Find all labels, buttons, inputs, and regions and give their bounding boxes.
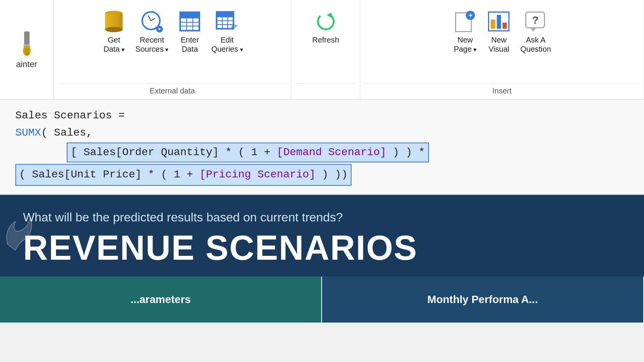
- sumx-keyword: SUMX: [15, 127, 41, 139]
- refresh-group-label: [295, 83, 356, 99]
- monthly-card-label: Monthly Performa A...: [427, 293, 538, 306]
- get-data-icon: [102, 9, 126, 34]
- refresh-label: Refresh: [312, 35, 339, 44]
- code-segment-3: ( Sales[Unit Price] * ( 1 +: [19, 169, 199, 180]
- hero-subtitle: What will be the predicted results based…: [23, 210, 343, 224]
- hero-title: REVENUE SCENARIOS: [23, 231, 417, 265]
- parameters-card-label: ...arameters: [130, 293, 191, 306]
- refresh-buttons: Refresh: [308, 0, 343, 83]
- enter-data-icon: [177, 9, 202, 34]
- enter-data-label: EnterData: [181, 35, 199, 54]
- external-data-group: GetData ▾ RecentSources: [54, 0, 291, 99]
- external-data-buttons: GetData ▾ RecentSources: [98, 0, 246, 83]
- refresh-icon: [314, 9, 338, 34]
- get-data-label: GetData: [104, 35, 125, 54]
- edit-queries-button[interactable]: ✏ EditQueries: [207, 7, 246, 56]
- refresh-button[interactable]: Refresh: [308, 7, 343, 47]
- new-visual-icon: [486, 9, 511, 34]
- insert-label: Insert: [364, 83, 640, 99]
- edit-queries-label: EditQueries: [211, 35, 243, 54]
- refresh-group: Refresh: [291, 0, 360, 99]
- parameters-card[interactable]: ...arameters: [0, 277, 322, 323]
- new-page-icon: +: [453, 9, 477, 34]
- bottom-cards-row: ...arameters Monthly Performa A...: [0, 277, 644, 323]
- pricing-scenario-ref: [Pricing Scenario]: [199, 169, 315, 180]
- recent-sources-icon: ▾: [140, 9, 164, 34]
- insert-buttons: + NewPage NewVisual: [449, 0, 555, 83]
- get-data-button[interactable]: GetData: [98, 7, 130, 56]
- external-data-label: External data: [58, 83, 287, 99]
- highlighted-block-2: ( Sales[Unit Price] * ( 1 + [Pricing Sce…: [15, 164, 352, 186]
- painter-label: ainter: [16, 59, 37, 69]
- code-editor[interactable]: Sales Scenarios = SUMX( Sales, [ Sales[O…: [0, 100, 644, 195]
- code-line-2: SUMX( Sales,: [15, 124, 629, 142]
- demand-scenario-ref: [Demand Scenario]: [277, 146, 386, 158]
- format-painter-section: ainter: [0, 0, 54, 99]
- format-painter-icon-area: [13, 30, 40, 57]
- paintbrush-icon: [16, 31, 37, 56]
- new-visual-label: NewVisual: [488, 35, 509, 54]
- svg-text:?: ?: [532, 14, 539, 26]
- enter-data-button[interactable]: EnterData: [174, 7, 206, 56]
- hero-section: What will be the predicted results based…: [0, 195, 644, 277]
- insert-group: + NewPage NewVisual: [360, 0, 644, 99]
- code-segment-2: ) ) *: [386, 146, 425, 158]
- ask-question-button[interactable]: ? Ask AQuestion: [516, 7, 555, 56]
- monthly-performance-card[interactable]: Monthly Performa A...: [322, 277, 644, 323]
- code-segment-1: [ Sales[Order Quantity] * ( 1 +: [71, 146, 277, 158]
- question-mark-icon: ?: [527, 14, 544, 27]
- svg-rect-0: [24, 31, 30, 45]
- new-page-button[interactable]: + NewPage: [449, 7, 481, 56]
- recent-sources-button[interactable]: ▾ RecentSources: [131, 7, 172, 56]
- code-line-1: Sales Scenarios =: [15, 107, 629, 124]
- new-page-label: NewPage: [454, 35, 476, 54]
- hero-decorative-icon: [4, 214, 34, 254]
- ask-icon: ?: [524, 9, 548, 34]
- code-line-3: [ Sales[Order Quantity] * ( 1 + [Demand …: [15, 142, 629, 164]
- recent-sources-label: RecentSources: [135, 35, 168, 54]
- ask-question-label: Ask AQuestion: [520, 35, 551, 54]
- code-segment-4: ) )): [315, 169, 348, 180]
- new-visual-button[interactable]: NewVisual: [483, 7, 515, 56]
- edit-queries-icon: ✏: [215, 9, 239, 34]
- ribbon: ainter GetData: [0, 0, 644, 100]
- svg-rect-3: [25, 48, 29, 55]
- highlighted-block-1: [ Sales[Order Quantity] * ( 1 + [Demand …: [67, 143, 429, 163]
